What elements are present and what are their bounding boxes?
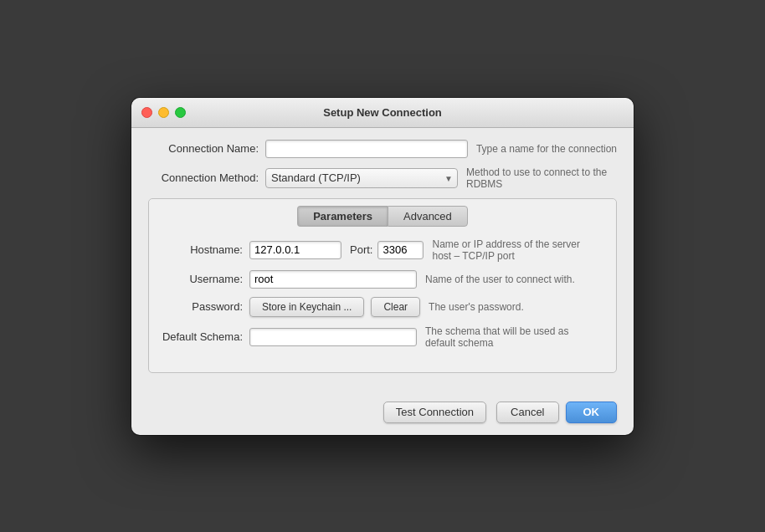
password-hint: The user's password. xyxy=(429,301,524,313)
default-schema-label: Default Schema: xyxy=(157,330,249,343)
username-hint: Name of the user to connect with. xyxy=(425,274,575,285)
parameters-tab-content: Hostname: Port: Name or IP address of th… xyxy=(149,227,616,372)
store-keychain-button[interactable]: Store in Keychain ... xyxy=(249,297,364,317)
tab-panel: Parameters Advanced Hostname: Port: Name… xyxy=(148,198,617,373)
titlebar: Setup New Connection xyxy=(131,98,634,128)
clear-button[interactable]: Clear xyxy=(371,297,420,317)
tab-advanced[interactable]: Advanced xyxy=(388,206,468,227)
username-row: Username: Name of the user to connect wi… xyxy=(157,270,608,289)
connection-name-label: Connection Name: xyxy=(148,142,265,155)
minimize-button[interactable] xyxy=(158,107,169,118)
connection-name-input[interactable] xyxy=(265,140,468,158)
hostname-input[interactable] xyxy=(249,241,341,259)
connection-method-label: Connection Method: xyxy=(148,171,265,184)
port-label: Port: xyxy=(350,243,372,256)
main-window: Setup New Connection Connection Name: Ty… xyxy=(131,98,634,435)
connection-method-row: Connection Method: Standard (TCP/IP) Loc… xyxy=(148,166,617,190)
connection-method-hint: Method to use to connect to the RDBMS xyxy=(466,166,617,190)
hostname-label: Hostname: xyxy=(157,243,249,256)
hostname-row: Hostname: Port: Name or IP address of th… xyxy=(157,238,608,262)
ok-button[interactable]: OK xyxy=(566,402,618,423)
username-label: Username: xyxy=(157,273,249,285)
test-connection-button[interactable]: Test Connection xyxy=(383,402,486,423)
maximize-button[interactable] xyxy=(175,107,186,118)
bottom-buttons: Test Connection Cancel OK xyxy=(131,395,634,435)
tab-header: Parameters Advanced xyxy=(149,199,616,227)
cancel-button[interactable]: Cancel xyxy=(496,402,558,423)
connection-method-wrap: Standard (TCP/IP) Local Socket/Pipe Stan… xyxy=(265,168,458,188)
close-button[interactable] xyxy=(141,107,152,118)
default-schema-hint: The schema that will be used as default … xyxy=(425,325,576,349)
form-content: Connection Name: Type a name for the con… xyxy=(131,128,634,395)
port-input[interactable] xyxy=(377,241,424,259)
connection-name-row: Connection Name: Type a name for the con… xyxy=(148,140,617,158)
username-input[interactable] xyxy=(249,270,417,289)
tab-parameters[interactable]: Parameters xyxy=(297,206,388,227)
window-controls xyxy=(141,107,186,118)
hostname-hint: Name or IP address of the server host – … xyxy=(432,238,583,262)
password-row: Password: Store in Keychain ... Clear Th… xyxy=(157,297,608,317)
connection-method-select[interactable]: Standard (TCP/IP) Local Socket/Pipe Stan… xyxy=(265,168,458,188)
window-title: Setup New Connection xyxy=(323,106,442,119)
default-schema-input[interactable] xyxy=(249,328,417,346)
default-schema-row: Default Schema: The schema that will be … xyxy=(157,325,608,349)
password-label: Password: xyxy=(157,300,249,313)
connection-name-hint: Type a name for the connection xyxy=(476,143,617,155)
